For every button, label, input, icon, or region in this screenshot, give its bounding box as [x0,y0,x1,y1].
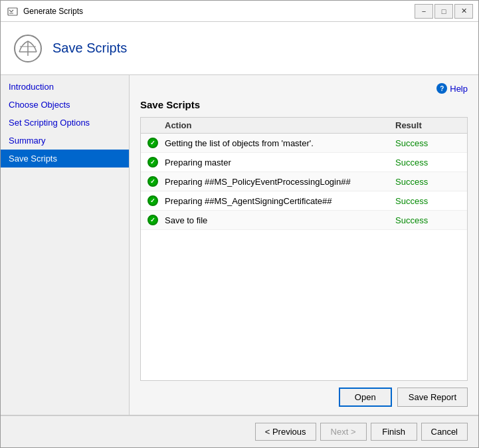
success-icon: ✓ [146,194,159,207]
maximize-button[interactable]: □ [434,4,453,19]
content-area: Introduction Choose Objects Set Scriptin… [1,75,478,415]
previous-button[interactable]: < Previous [255,423,316,441]
row-result: Success [395,138,462,148]
next-button[interactable]: Next > [320,423,367,441]
row-action: Getting the list of objects from 'master… [165,138,395,148]
success-icon: ✓ [146,156,159,169]
row-result: Success [395,215,462,225]
help-link[interactable]: ? Help [436,83,468,94]
table-row: ✓ Save to file Success [141,211,467,230]
sidebar-item-save-scripts[interactable]: Save Scripts [1,150,129,168]
sidebar-item-choose-objects[interactable]: Choose Objects [1,96,129,114]
help-row: ? Help [140,83,468,94]
row-result: Success [395,158,462,168]
table-row: ✓ Preparing master Success [141,153,467,172]
table-row: ✓ Preparing ##MS_PolicyEventProcessingLo… [141,172,467,191]
row-action: Save to file [165,215,395,225]
svg-rect-0 [8,8,17,15]
help-icon: ? [436,83,447,94]
row-action: Preparing master [165,158,395,168]
close-button[interactable]: ✕ [454,4,473,19]
row-action: Preparing ##MS_AgentSigningCertificate## [165,196,395,206]
table-row: ✓ Preparing ##MS_AgentSigningCertificate… [141,191,467,211]
success-icon: ✓ [146,175,159,188]
row-action: Preparing ##MS_PolicyEventProcessingLogi… [165,177,395,187]
results-table: Action Result ✓ Getting the list of obje… [140,117,468,381]
sidebar-item-introduction[interactable]: Introduction [1,78,129,96]
save-report-button[interactable]: Save Report [397,388,468,407]
finish-button[interactable]: Finish [371,423,417,441]
success-icon: ✓ [146,213,159,227]
table-row: ✓ Getting the list of objects from 'mast… [141,134,467,153]
header-title: Save Scripts [52,41,127,56]
col-header-result: Result [395,120,462,130]
header-icon [11,32,45,65]
minimize-button[interactable]: − [415,4,433,19]
sidebar: Introduction Choose Objects Set Scriptin… [1,75,130,415]
title-bar-icon [6,5,19,18]
main-panel: ? Help Save Scripts Action Result ✓ Gett… [130,75,478,415]
title-bar-buttons: − □ ✕ [415,4,473,19]
sidebar-item-set-scripting-options[interactable]: Set Scripting Options [1,114,129,132]
table-header: Action Result [141,118,467,134]
action-buttons: Open Save Report [140,388,468,407]
success-icon: ✓ [146,136,159,150]
open-button[interactable]: Open [339,388,392,407]
row-result: Success [395,177,462,187]
cancel-button[interactable]: Cancel [421,423,468,441]
header: Save Scripts [1,22,478,75]
footer: < Previous Next > Finish Cancel [1,415,478,447]
main-window: Generate Scripts − □ ✕ Save Scripts Intr… [0,0,479,448]
title-bar-text: Generate Scripts [23,7,415,16]
sidebar-item-summary[interactable]: Summary [1,132,129,150]
row-result: Success [395,196,462,206]
title-bar: Generate Scripts − □ ✕ [1,1,478,22]
page-title: Save Scripts [140,99,468,110]
col-header-action: Action [146,120,395,130]
